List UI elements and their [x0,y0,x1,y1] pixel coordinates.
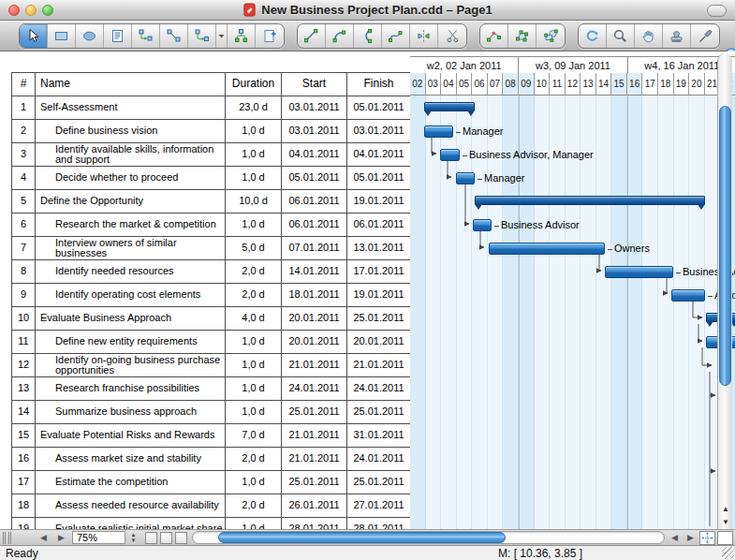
task-row[interactable]: 15Evaluate Potential Risks and Rewards7,… [12,424,411,448]
resize-grip[interactable] [722,547,734,559]
task-finish: 20.01.2011 [347,331,411,354]
divide-tool[interactable] [410,24,438,48]
task-row[interactable]: 13Research franchise possibilities1,0 d2… [12,377,411,401]
new-shape-tool[interactable] [256,24,284,48]
task-row[interactable]: 9Identify operating cost elements2,0 d18… [12,284,411,307]
task-number: 2 [12,120,36,143]
task-row[interactable]: 12Identify on-going business purchase op… [12,354,411,377]
task-row[interactable]: 16Assess market size and stability2,0 d2… [12,448,411,471]
stamp-tool[interactable] [663,24,691,48]
page-view-button-1[interactable] [145,532,157,544]
task-bar[interactable] [489,243,605,255]
task-row[interactable]: 18Assess needed resource availability2,0… [12,494,411,518]
title-bar[interactable]: New Business Project Plan.cdd – Page1 [0,0,735,21]
horizontal-scrollbar-thumb[interactable] [218,532,506,543]
task-duration: 2,0 d [226,494,282,518]
task-bar[interactable] [456,172,475,184]
task-row[interactable]: 11Define new entity requirements1,0 d20.… [12,331,411,354]
arc-tool[interactable] [326,24,354,48]
connector-tool[interactable] [132,24,160,48]
task-row[interactable]: 1Self-Assessment23,0 d03.01.201105.01.20… [12,96,411,120]
task-name: Identify on-going business purchase oppo… [36,354,226,377]
task-bar[interactable] [424,125,453,138]
task-row[interactable]: 17Estimate the competition1,0 d25.01.201… [12,471,411,494]
previous-page-button[interactable]: ◀ [36,531,51,544]
close-window-button[interactable] [8,5,20,16]
zoom-stepper[interactable]: ▲▼ [128,531,139,544]
task-bar[interactable] [671,289,705,302]
rotate-tool[interactable] [579,24,607,48]
task-row[interactable]: 5Define the Opportunity10,0 d06.01.20111… [12,190,411,214]
select-tool[interactable] [20,24,48,48]
task-row[interactable]: 7Interview owners of similar businesses5… [12,237,411,260]
task-start: 25.01.2011 [282,401,347,424]
zoom-tool[interactable] [607,24,635,48]
task-row[interactable]: 10Evaluate Business Approach4,0 d20.01.2… [12,307,411,331]
toolbar-toggle-pill-button[interactable] [707,5,727,17]
reshape-shape-tool[interactable] [508,24,537,48]
task-duration: 1,0 d [226,331,282,354]
bezier-tool[interactable] [382,24,410,48]
task-bar[interactable] [605,266,673,278]
day-header-cell: 12 [566,73,581,96]
gantt-chart: w2, 02 Jan 2011w3, 09 Jan 2011w4, 16 Jan… [410,56,735,529]
gantt-chart-body: ManagerBusiness Advisor, ManagerManagerB… [410,96,735,529]
status-text: Ready [6,547,38,560]
task-start: 06.01.2011 [282,214,347,237]
task-name: Assess market size and stability [36,448,226,471]
horizontal-scrollbar[interactable] [192,531,665,544]
next-page-button[interactable]: ▶ [53,531,69,544]
week-header-cell: w2, 02 Jan 2011 [410,57,519,74]
eyedropper-tool[interactable] [691,24,719,48]
vertical-scrollbar[interactable]: ▲ ▼ [717,53,732,529]
task-row[interactable]: 19Evaluate realistic initial market shar… [12,518,411,529]
smart-connector-tool[interactable] [188,24,216,48]
task-row[interactable]: 14Summarize business approach1,0 d25.01.… [12,401,411,424]
task-number: 19 [12,518,36,529]
tree-connector-tool[interactable] [228,24,256,48]
reshape-group-tool[interactable] [537,24,565,48]
ellipse-tool[interactable] [76,24,104,48]
task-row[interactable]: 8Identify needed resources2,0 d14.01.201… [12,260,411,284]
scissors-tool[interactable] [438,24,466,48]
page-view-button-2[interactable] [160,532,172,544]
summary-task-bar[interactable] [424,102,475,111]
fit-page-button[interactable] [717,531,733,545]
zoom-window-button[interactable] [42,5,53,16]
direct-connector-tool[interactable] [160,24,188,48]
summary-task-bar[interactable] [475,196,705,205]
day-header-cell: 20 [689,73,705,96]
task-finish: 19.01.2011 [347,284,411,307]
line-tool[interactable] [298,24,326,48]
toolbar-group-4 [578,23,720,49]
task-start: 28.01.2011 [282,518,347,529]
task-row[interactable]: 4Decide whether to proceed1,0 d05.01.201… [12,167,411,190]
pan-view-button[interactable] [699,531,715,545]
pan-tool[interactable] [635,24,663,48]
task-row[interactable]: 6Research the market & competition1,0 d0… [12,214,411,237]
scroll-down-arrow[interactable]: ▼ [718,515,733,528]
text-tool[interactable] [104,24,132,48]
task-row[interactable]: 3Identify available skills, information … [12,143,411,167]
dropdown-arrow-icon[interactable] [216,24,228,48]
task-duration: 1,0 d [226,354,282,377]
scroll-right-arrow[interactable]: ▶ [683,531,698,544]
day-header-cell: 16 [627,73,643,96]
scroll-up-arrow[interactable]: ▲ [718,502,733,515]
vertical-scrollbar-thumb[interactable] [719,106,731,386]
rectangle-tool[interactable] [48,24,76,48]
zoom-level-field[interactable]: 75% [72,531,125,544]
task-number: 3 [12,143,36,167]
page-view-button-3[interactable] [175,532,187,544]
task-bar[interactable] [473,219,492,231]
day-header-cell: 14 [596,73,612,96]
splitter-grip[interactable] [3,532,11,544]
scroll-left-arrow[interactable]: ◀ [667,531,683,544]
reshape-arc-tool[interactable] [480,24,508,48]
minimize-window-button[interactable] [25,5,37,16]
task-row[interactable]: 2Define business vision1,0 d03.01.201103… [12,120,411,143]
task-start: 21.01.2011 [282,424,347,448]
task-bar[interactable] [440,149,460,161]
task-start: 06.01.2011 [282,190,347,214]
curve-tool[interactable] [354,24,382,48]
